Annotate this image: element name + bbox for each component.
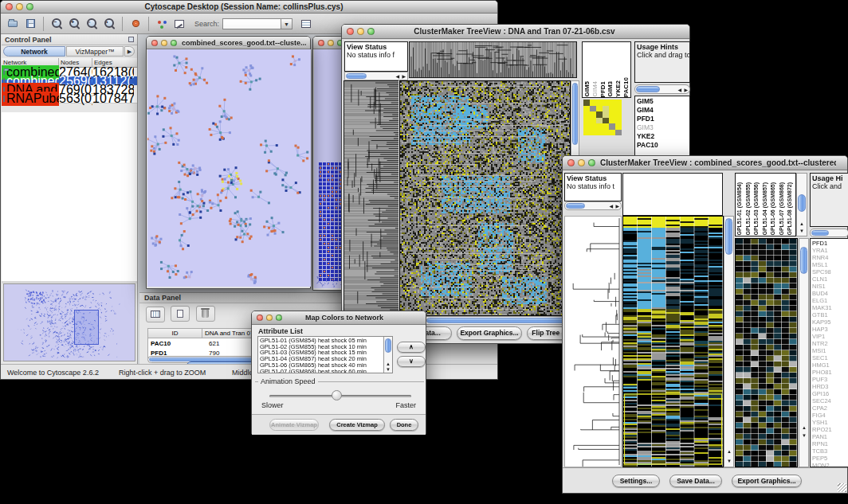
dialog-titlebar[interactable]: Map Colors to Network: [252, 311, 426, 325]
new-network-icon[interactable]: [153, 16, 171, 32]
column-label[interactable]: GPL51-03 (GSM856): [753, 182, 762, 236]
gene-label[interactable]: PUF3: [812, 376, 848, 383]
close-icon[interactable]: [6, 3, 13, 10]
move-up-button[interactable]: ∧: [397, 342, 426, 353]
new-attribute-icon[interactable]: [171, 306, 190, 322]
gene-label[interactable]: SPC98: [812, 268, 848, 275]
tv2-zoom-heatmap[interactable]: [735, 238, 798, 467]
gene-label[interactable]: MAK31: [812, 304, 848, 311]
tv2-vscrollbar[interactable]: ▲▼: [724, 216, 734, 467]
export-table-icon[interactable]: [297, 16, 315, 32]
done-button[interactable]: Done: [390, 419, 418, 431]
tv2-viewstatus-scrollbar[interactable]: ◀▶: [564, 201, 622, 210]
gene-label[interactable]: PHO81: [812, 369, 848, 376]
gene-label[interactable]: GTB1: [812, 311, 848, 318]
minimize-icon[interactable]: [328, 40, 334, 46]
similarity-matrix[interactable]: [583, 100, 622, 135]
treeview2-titlebar[interactable]: ClusterMaker TreeView : combined_scores_…: [563, 156, 847, 170]
zoom-window-icon[interactable]: [26, 3, 33, 10]
zoom-window-icon[interactable]: [276, 315, 282, 321]
network-overview[interactable]: [3, 283, 135, 361]
attribute-list-scrollbar[interactable]: ▲▼: [383, 337, 392, 373]
column-label[interactable]: GPL51-02 (GSM855): [745, 182, 754, 236]
attr-col-id[interactable]: ID: [148, 329, 202, 338]
column-label[interactable]: GPL51-06 (GSM865): [770, 182, 779, 236]
zoom-selected-icon[interactable]: ▪: [100, 16, 118, 32]
tv2-usage-scrollbar[interactable]: [810, 229, 848, 237]
gene-label[interactable]: SEC1: [812, 354, 848, 361]
column-label[interactable]: GPL51-08 (GSM872): [787, 182, 795, 236]
gene-label[interactable]: CPA2: [812, 404, 848, 412]
gene-label[interactable]: MSI1: [812, 347, 848, 354]
tab-overflow-icon[interactable]: ▶: [124, 46, 135, 57]
gene-label[interactable]: PAC10: [637, 141, 688, 150]
gene-label[interactable]: HMG1: [812, 361, 848, 369]
gene-label[interactable]: CLN1: [812, 275, 848, 283]
open-file-icon[interactable]: [4, 16, 22, 32]
gene-label[interactable]: YKE2: [637, 132, 688, 141]
gene-label[interactable]: RNR4: [812, 254, 848, 261]
zoom-window-icon[interactable]: [367, 28, 375, 35]
float-panel-icon[interactable]: [128, 37, 134, 42]
column-label[interactable]: GIM5: [583, 81, 591, 97]
gene-label[interactable]: RPN1: [812, 440, 848, 447]
network1-titlebar[interactable]: combined_scores_good.txt--cluste...: [147, 37, 310, 49]
minimize-icon[interactable]: [16, 3, 23, 10]
gene-label[interactable]: MSL1: [812, 261, 848, 268]
close-icon[interactable]: [567, 159, 575, 166]
gene-label[interactable]: GPI16: [812, 390, 848, 397]
close-icon[interactable]: [318, 40, 324, 46]
gene-label[interactable]: FIG4: [812, 412, 848, 419]
gene-label[interactable]: HAP3: [812, 326, 848, 333]
gene-label[interactable]: SEC24: [812, 397, 848, 404]
gene-label[interactable]: GIM3: [637, 123, 688, 132]
tv1-column-dendrogram[interactable]: [409, 41, 577, 78]
tv2-column-dendrogram[interactable]: [622, 173, 723, 216]
search-input[interactable]: [222, 18, 281, 29]
gene-label[interactable]: YRA1: [812, 247, 848, 254]
tv2-save-data-button[interactable]: Save Data...: [669, 475, 722, 487]
zoom-out-icon[interactable]: −: [48, 16, 65, 32]
save-session-icon[interactable]: [22, 16, 39, 32]
close-icon[interactable]: [347, 28, 354, 35]
gene-label[interactable]: PEP5: [812, 455, 848, 462]
gene-label[interactable]: RPO21: [812, 426, 848, 433]
minimize-icon[interactable]: [357, 28, 364, 35]
resize-grip[interactable]: [838, 483, 846, 492]
network-overview-canvas[interactable]: [4, 284, 135, 361]
column-label[interactable]: GIM4: [591, 81, 599, 97]
minimize-icon[interactable]: [161, 40, 167, 46]
zoom-in-icon[interactable]: +: [65, 16, 83, 32]
gene-label[interactable]: GIM5: [637, 97, 688, 106]
zoom-window-icon[interactable]: [171, 40, 177, 46]
tv2-genelist-scrollbar[interactable]: ▲▼: [799, 238, 809, 467]
gene-label[interactable]: TCB3: [812, 447, 848, 455]
gene-label[interactable]: KAP95: [812, 318, 848, 326]
network-view-canvas-1[interactable]: [147, 49, 311, 287]
gene-label[interactable]: ELG1: [812, 297, 848, 304]
gene-label[interactable]: NIS1: [812, 283, 848, 290]
zoom-window-icon[interactable]: [588, 159, 595, 166]
tv2-label-scrollbar[interactable]: ▲▼: [796, 173, 807, 236]
column-label[interactable]: YKE2: [614, 80, 622, 97]
main-titlebar[interactable]: Cytoscape Desktop (Session Name: collins…: [1, 1, 497, 14]
column-label[interactable]: GPL51-07 (GSM868): [779, 182, 787, 236]
animation-slider-thumb[interactable]: [332, 390, 342, 400]
network-table-row[interactable]: RNAPuberNov2+ 563(0) 107847(0): [2, 94, 137, 103]
close-icon[interactable]: [151, 40, 158, 46]
gene-label[interactable]: BUD4: [812, 290, 848, 297]
gene-label[interactable]: GIM4: [637, 106, 688, 115]
animate-vizmap-button[interactable]: Animate Vizmap: [269, 419, 319, 431]
gene-label[interactable]: PAN1: [812, 433, 848, 440]
tab-network[interactable]: Network: [3, 46, 65, 57]
tv1-row-dendrogram[interactable]: [344, 80, 398, 316]
search-dropdown-icon[interactable]: ▼: [281, 18, 292, 29]
gene-label[interactable]: MON2: [812, 462, 848, 467]
tab-vizmapper[interactable]: VizMapper™: [66, 46, 124, 57]
column-label[interactable]: GPL51-04 (GSM857): [762, 182, 771, 236]
tv2-settings-button[interactable]: Settings...: [612, 475, 660, 487]
attribute-item[interactable]: GPL51-07 (GSM868) heat shock 60 min: [260, 369, 392, 373]
gene-label[interactable]: HRD3: [812, 383, 848, 390]
tv2-export-graphics-button[interactable]: Export Graphics...: [732, 475, 802, 487]
gene-label[interactable]: PFD1: [812, 240, 848, 247]
